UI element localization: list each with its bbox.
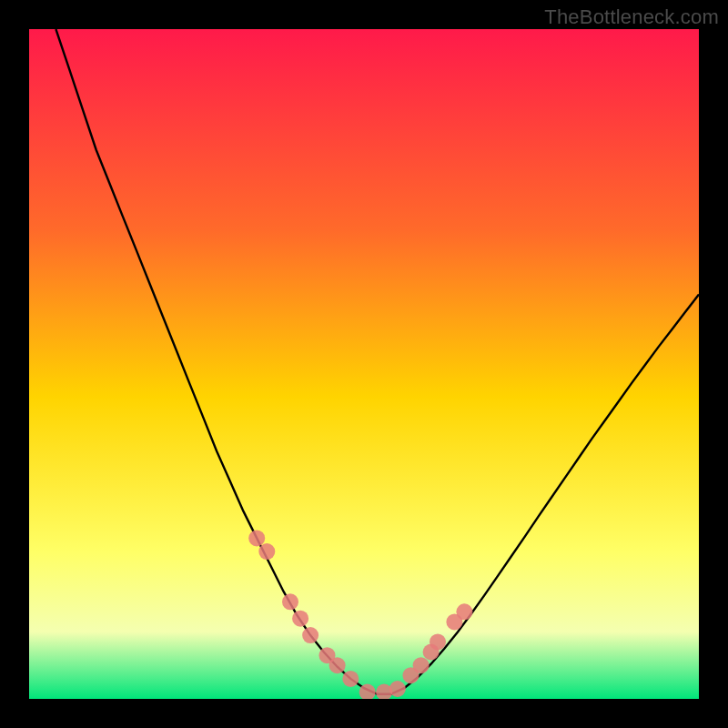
data-marker [456, 603, 472, 620]
chart-outer-frame: TheBottleneck.com [0, 0, 728, 728]
attribution-label: TheBottleneck.com [544, 5, 719, 29]
data-marker [258, 543, 275, 560]
data-marker [302, 627, 318, 643]
bottleneck-chart [29, 29, 699, 699]
data-marker [282, 593, 298, 610]
data-marker [248, 530, 265, 546]
data-marker [413, 657, 430, 673]
data-marker [430, 633, 446, 650]
data-marker [342, 671, 359, 687]
data-marker [389, 681, 406, 697]
gradient-background [29, 29, 699, 699]
data-marker [292, 611, 308, 627]
data-marker [329, 657, 346, 673]
